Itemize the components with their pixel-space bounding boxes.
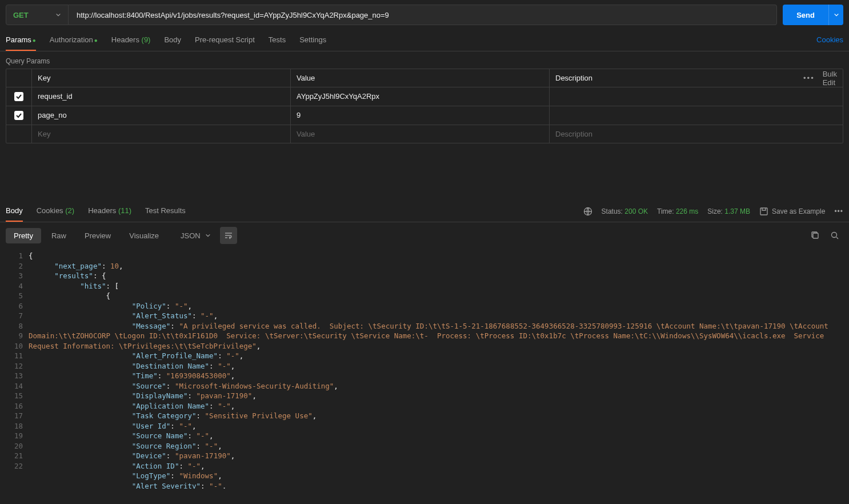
param-value[interactable]: 9 bbox=[291, 106, 550, 125]
param-row-new: Key Value Description bbox=[6, 125, 843, 143]
col-value: Value bbox=[291, 69, 550, 87]
param-desc[interactable] bbox=[550, 106, 808, 125]
col-key: Key bbox=[32, 69, 291, 87]
size-value: 1.37 MB bbox=[724, 207, 750, 215]
resp-tab-headers[interactable]: Headers (11) bbox=[88, 201, 131, 222]
param-key-placeholder[interactable]: Key bbox=[32, 125, 291, 143]
tab-settings[interactable]: Settings bbox=[299, 30, 326, 51]
view-visualize[interactable]: Visualize bbox=[121, 228, 167, 243]
query-params-title: Query Params bbox=[0, 51, 849, 69]
param-checkbox[interactable] bbox=[14, 111, 23, 120]
resp-tab-cookies[interactable]: Cookies (2) bbox=[37, 201, 74, 222]
bulk-edit-link[interactable]: Bulk Edit bbox=[823, 70, 837, 87]
dot-indicator-icon: ● bbox=[94, 37, 98, 43]
language-select[interactable]: JSON bbox=[174, 228, 218, 243]
method-select[interactable]: GET bbox=[6, 5, 69, 25]
chevron-down-icon bbox=[205, 233, 211, 238]
tab-headers[interactable]: Headers (9) bbox=[111, 30, 151, 51]
search-button[interactable] bbox=[826, 227, 843, 244]
view-preview[interactable]: Preview bbox=[77, 228, 119, 243]
param-checkbox[interactable] bbox=[14, 92, 23, 101]
copy-icon bbox=[811, 231, 820, 240]
copy-button[interactable] bbox=[807, 227, 824, 244]
check-icon bbox=[15, 112, 22, 119]
param-desc[interactable] bbox=[550, 87, 808, 106]
time-value: 226 ms bbox=[676, 207, 698, 215]
param-key[interactable]: request_id bbox=[32, 87, 291, 106]
svg-rect-2 bbox=[813, 233, 818, 238]
wrap-icon bbox=[224, 231, 233, 240]
save-icon bbox=[759, 207, 768, 216]
param-key[interactable]: page_no bbox=[32, 106, 291, 125]
resp-tab-testresults[interactable]: Test Results bbox=[145, 201, 186, 222]
param-row: request_id AYppZyJ5hl9CxYqA2Rpx bbox=[6, 87, 843, 106]
param-desc-placeholder[interactable]: Description bbox=[550, 125, 808, 143]
search-icon bbox=[830, 231, 839, 240]
param-value[interactable]: AYppZyJ5hl9CxYqA2Rpx bbox=[291, 87, 550, 106]
chevron-down-icon bbox=[834, 12, 839, 18]
tab-prerequest[interactable]: Pre-request Script bbox=[195, 30, 255, 51]
svg-rect-1 bbox=[760, 208, 767, 215]
check-icon bbox=[15, 93, 22, 100]
save-as-example-button[interactable]: Save as Example bbox=[759, 207, 825, 216]
more-icon[interactable]: ••• bbox=[834, 207, 843, 215]
line-gutter: 12345678910111213141516171819202122 bbox=[0, 249, 29, 489]
globe-icon[interactable] bbox=[583, 207, 592, 216]
svg-point-3 bbox=[832, 233, 837, 238]
tab-params[interactable]: Params● bbox=[6, 30, 36, 51]
dot-indicator-icon: ● bbox=[33, 37, 36, 43]
chevron-down-icon bbox=[55, 12, 61, 18]
col-description: Description bbox=[550, 69, 808, 87]
view-raw[interactable]: Raw bbox=[43, 228, 74, 243]
wrap-lines-button[interactable] bbox=[220, 227, 237, 244]
response-body[interactable]: { "next_page": 10, "results": { "hits": … bbox=[29, 249, 849, 489]
status-value: 200 OK bbox=[624, 207, 648, 215]
method-value: GET bbox=[13, 11, 29, 19]
query-params-table: Key Value Description ••• Bulk Edit requ… bbox=[6, 69, 843, 143]
resp-tab-body[interactable]: Body bbox=[6, 201, 23, 222]
send-button[interactable]: Send bbox=[783, 5, 828, 25]
url-input[interactable] bbox=[69, 5, 777, 25]
send-dropdown-button[interactable] bbox=[828, 5, 843, 25]
tab-authorization[interactable]: Authorization● bbox=[50, 30, 98, 51]
tab-tests[interactable]: Tests bbox=[269, 30, 286, 51]
more-icon[interactable]: ••• bbox=[803, 74, 815, 82]
param-row: page_no 9 bbox=[6, 106, 843, 125]
view-pretty[interactable]: Pretty bbox=[6, 228, 41, 243]
tab-body[interactable]: Body bbox=[164, 30, 181, 51]
cookies-link[interactable]: Cookies bbox=[816, 30, 843, 51]
param-value-placeholder[interactable]: Value bbox=[291, 125, 550, 143]
